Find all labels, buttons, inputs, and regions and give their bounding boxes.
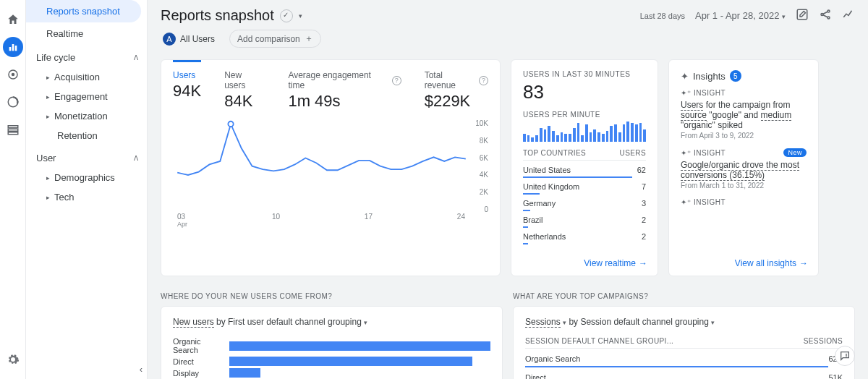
configure-icon[interactable] [3, 119, 23, 140]
top-campaigns-card: Sessions ▾ by Session default channel gr… [513, 306, 855, 379]
date-range-picker[interactable]: Apr 1 - Apr 28, 2022 ▾ [695, 10, 786, 21]
sparkle-icon: ✦⁺ [681, 198, 691, 206]
insight-item[interactable]: ✦⁺INSIGHTUsers for the campaign from sou… [681, 89, 807, 140]
nav-item-realtime[interactable]: Realtime [26, 22, 147, 45]
view-all-insights-link[interactable]: View all insights→ [735, 258, 808, 268]
channel-bar-row: Organic Search [173, 337, 490, 354]
svg-point-13 [228, 122, 233, 127]
insights-icon[interactable] [842, 8, 855, 23]
page-title: Reports snapshot [161, 7, 274, 24]
insights-card: ✦ Insights 5 ✦⁺INSIGHTUsers for the camp… [668, 59, 819, 276]
realtime-per-min-label: USERS PER MINUTE [523, 111, 646, 119]
chevron-down-icon: ▾ [711, 319, 715, 326]
country-row[interactable]: Brazil2 [523, 213, 646, 230]
new-badge: New [783, 148, 807, 157]
admin-gear-icon[interactable] [3, 349, 23, 370]
nav-panel: Reports snapshot Realtime Life cycleᐱ ▸A… [26, 0, 148, 379]
arrow-right-icon: → [639, 258, 647, 268]
kpi-new-users[interactable]: New users84K [224, 70, 265, 111]
segment-all-users[interactable]: AAll Users [161, 30, 222, 48]
chevron-down-icon: ▾ [364, 319, 367, 326]
sparkle-icon: ✦⁺ [681, 89, 691, 97]
explore-icon[interactable] [3, 64, 23, 85]
chevron-up-icon: ᐱ [134, 54, 138, 61]
nav-sub-acquisition[interactable]: ▸Acquisition [26, 67, 147, 87]
country-row[interactable]: Germany3 [523, 197, 646, 213]
svg-rect-7 [8, 129, 18, 131]
svg-rect-2 [14, 46, 17, 51]
advertising-icon[interactable] [3, 92, 23, 112]
view-realtime-link[interactable]: View realtime→ [584, 258, 647, 268]
insights-spark-icon: ✦ [681, 71, 689, 82]
chevron-down-icon: ▾ [782, 13, 786, 20]
channel-bar-row: Display [173, 368, 490, 378]
insight-item[interactable]: ✦⁺INSIGHTNewGoogle/organic drove the mos… [681, 148, 807, 190]
channel-bar-row: Direct [173, 357, 490, 366]
nav-sub-engagement[interactable]: ▸Engagement [26, 87, 147, 106]
nav-item-reports-snapshot[interactable]: Reports snapshot [26, 0, 141, 22]
svg-point-12 [827, 17, 830, 19]
caret-right-icon: ▸ [46, 93, 50, 101]
kpi-total-revenue[interactable]: Total revenue?$229K [425, 70, 488, 111]
kpi-average-engagement-time[interactable]: Average engagement time?1m 49s [288, 70, 401, 111]
svg-point-4 [12, 74, 14, 76]
nav-sub-tech[interactable]: ▸Tech [26, 187, 147, 207]
new-users-channel-card: New users by First user default channel … [161, 306, 503, 379]
svg-rect-6 [8, 126, 18, 128]
kpi-users[interactable]: Users94K [173, 60, 201, 111]
country-row[interactable]: Netherlands2 [523, 230, 646, 247]
chevron-up-icon: ᐱ [134, 155, 138, 162]
card-header[interactable]: Sessions ▾ by Session default channel gr… [525, 317, 843, 327]
realtime-title: USERS IN LAST 30 MINUTES [523, 70, 646, 78]
insights-count-badge: 5 [730, 70, 741, 82]
country-row[interactable]: United States62 [523, 163, 646, 180]
main-content: Reports snapshot ▾ Last 28 days Apr 1 - … [148, 0, 868, 379]
arrow-right-icon: → [799, 258, 808, 268]
help-icon[interactable]: ? [479, 76, 488, 85]
svg-rect-8 [8, 132, 18, 135]
insight-item[interactable]: ✦⁺INSIGHT [681, 198, 807, 206]
caret-right-icon: ▸ [46, 174, 50, 182]
country-row[interactable]: United Kingdom7 [523, 180, 646, 197]
svg-rect-0 [9, 47, 11, 51]
feedback-button[interactable] [835, 346, 855, 366]
svg-point-11 [827, 10, 830, 12]
sparkle-icon: ✦⁺ [681, 149, 691, 157]
date-range-label: Last 28 days [640, 12, 685, 20]
reports-icon[interactable] [3, 37, 23, 57]
users-per-minute-bars [523, 122, 646, 142]
svg-rect-1 [12, 44, 14, 51]
home-icon[interactable] [3, 9, 23, 30]
session-row[interactable]: Organic Search62K [525, 352, 843, 370]
section-title-campaigns: WHAT ARE YOUR TOP CAMPAIGNS? [513, 292, 855, 300]
realtime-card: USERS IN LAST 30 MINUTES 83 USERS PER MI… [511, 59, 658, 276]
section-title-new-users: WHERE DO YOUR NEW USERS COME FROM? [161, 292, 503, 300]
customize-report-icon[interactable] [796, 8, 809, 23]
nav-section-user[interactable]: Userᐱ [26, 145, 147, 168]
nav-sub-demographics[interactable]: ▸Demographics [26, 168, 147, 187]
caret-right-icon: ▸ [46, 113, 50, 120]
session-row[interactable]: Direct51K [525, 370, 843, 379]
svg-point-10 [821, 14, 823, 16]
nav-section-lifecycle[interactable]: Life cycleᐱ [26, 45, 147, 67]
nav-sub-retention[interactable]: Retention [26, 126, 147, 145]
users-line-chart: 10K8K6K4K2K0 03101724 [173, 119, 488, 228]
help-icon[interactable]: ? [392, 76, 401, 85]
svg-rect-9 [797, 9, 807, 20]
chevron-down-icon[interactable]: ▾ [299, 12, 302, 20]
nav-sub-monetization[interactable]: ▸Monetization [26, 106, 147, 126]
verified-icon[interactable] [280, 9, 293, 22]
caret-right-icon: ▸ [46, 74, 50, 81]
insights-title: Insights [693, 71, 726, 82]
card-header[interactable]: New users by First user default channel … [173, 317, 490, 327]
caret-right-icon: ▸ [46, 194, 50, 201]
nav-rail [0, 0, 26, 379]
overview-chart-card: Users94KNew users84KAverage engagement t… [161, 59, 501, 276]
realtime-value: 83 [523, 81, 646, 103]
share-icon[interactable] [819, 8, 832, 23]
add-comparison-button[interactable]: Add comparison＋ [229, 30, 321, 48]
plus-icon: ＋ [305, 33, 313, 45]
collapse-nav-icon[interactable]: ‹ [140, 364, 142, 375]
